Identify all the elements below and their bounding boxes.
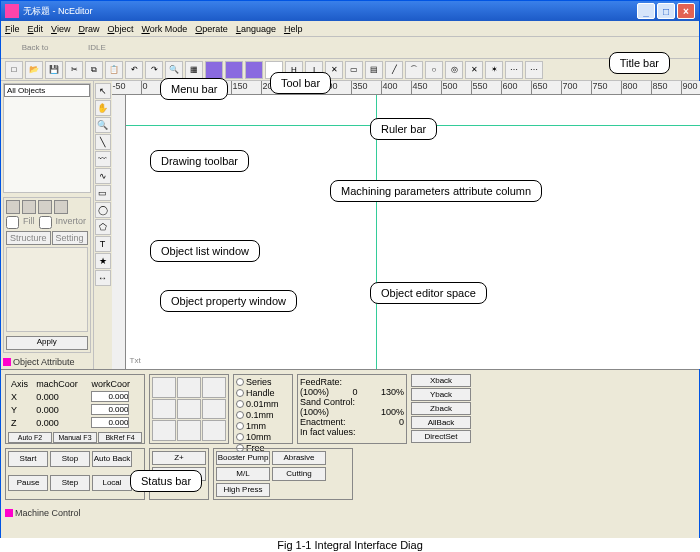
draw-rect-icon[interactable]: ▭	[95, 185, 111, 201]
tool-circ1[interactable]: ○	[425, 61, 443, 79]
menu-edit[interactable]: Edit	[28, 24, 44, 34]
tool-save[interactable]: 💾	[45, 61, 63, 79]
jog-s[interactable]	[177, 420, 201, 441]
axis-btn[interactable]: Auto F2	[8, 432, 52, 443]
menu-workmode[interactable]: Work Mode	[141, 24, 187, 34]
tool-paste[interactable]: 📋	[105, 61, 123, 79]
pump-button[interactable]: Abrasive	[272, 451, 326, 465]
axis-btn[interactable]: Manual F3	[53, 432, 97, 443]
pump-button[interactable]: Cutting	[272, 467, 326, 481]
menu-help[interactable]: Help	[284, 24, 303, 34]
tool-misc2[interactable]: ⋯	[525, 61, 543, 79]
jog-center[interactable]	[177, 399, 201, 420]
title-bar: 无标题 - NcEditor _ □ ×	[1, 1, 699, 21]
step-option[interactable]: 0.1mm	[236, 410, 290, 420]
draw-star-icon[interactable]: ★	[95, 253, 111, 269]
step-option[interactable]: 0.01mm	[236, 399, 290, 409]
fill-checkbox[interactable]	[6, 216, 19, 229]
machine-control-tab[interactable]: Machine Control	[5, 506, 695, 520]
tool-fill2[interactable]	[225, 61, 243, 79]
object-attribute-tab[interactable]: Object Attribute	[3, 355, 91, 369]
jog-se[interactable]	[202, 420, 226, 441]
tool-cut[interactable]: ✂	[65, 61, 83, 79]
tool-fill1[interactable]	[205, 61, 223, 79]
draw-dim-icon[interactable]: ↔	[95, 270, 111, 286]
move-down[interactable]	[54, 200, 68, 214]
auto-back-button[interactable]: Auto Back	[92, 451, 132, 467]
close-button[interactable]: ×	[677, 3, 695, 19]
workcoor-Y[interactable]	[91, 404, 129, 415]
tool-zoom[interactable]: 🔍	[165, 61, 183, 79]
tool-fill3[interactable]	[245, 61, 263, 79]
local-button[interactable]: Local	[92, 475, 132, 491]
menu-view[interactable]: View	[51, 24, 70, 34]
draw-polygon-icon[interactable]: ⬠	[95, 219, 111, 235]
canvas-text-marker: Txt	[130, 356, 141, 365]
maximize-button[interactable]: □	[657, 3, 675, 19]
menu-operate[interactable]: Operate	[195, 24, 228, 34]
tool-circ2[interactable]: ◎	[445, 61, 463, 79]
tool-misc1[interactable]: ⋯	[505, 61, 523, 79]
tool-arc[interactable]: ⌒	[405, 61, 423, 79]
draw-zoom-icon[interactable]: 🔍	[95, 117, 111, 133]
start-button[interactable]: Start	[8, 451, 48, 467]
tool-sel[interactable]: ▭	[345, 61, 363, 79]
tool-new[interactable]: □	[5, 61, 23, 79]
jog-w[interactable]	[152, 399, 176, 420]
jog-ne[interactable]	[202, 377, 226, 398]
tool-align[interactable]: ▦	[185, 61, 203, 79]
workcoor-Z[interactable]	[91, 417, 129, 428]
draw-pan-icon[interactable]: ✋	[95, 100, 111, 116]
callout-menubar: Menu bar	[160, 78, 228, 100]
menu-file[interactable]: File	[5, 24, 20, 34]
menu-draw[interactable]: Draw	[78, 24, 99, 34]
axis-btn[interactable]: BkRef F4	[98, 432, 142, 443]
move-up[interactable]	[38, 200, 52, 214]
tool-line[interactable]: ╱	[385, 61, 403, 79]
tool-open[interactable]: 📂	[25, 61, 43, 79]
tool-copy[interactable]: ⧉	[85, 61, 103, 79]
pump-button[interactable]: M/L	[216, 467, 270, 481]
tool-cross[interactable]: ✕	[465, 61, 483, 79]
step-button[interactable]: Step	[50, 475, 90, 491]
draw-pointer-icon[interactable]: ↖	[95, 83, 111, 99]
step-option[interactable]: 10mm	[236, 432, 290, 442]
object-list-window[interactable]: All Objects	[3, 83, 91, 193]
invertor-checkbox[interactable]	[39, 216, 52, 229]
jog-n[interactable]	[177, 377, 201, 398]
z-plus-button[interactable]: Z+	[152, 451, 206, 465]
jog-nw[interactable]	[152, 377, 176, 398]
draw-text-icon[interactable]: T	[95, 236, 111, 252]
directset-button[interactable]: DirectSet	[411, 430, 471, 443]
step-option[interactable]: 1mm	[236, 421, 290, 431]
menu-language[interactable]: Language	[236, 24, 276, 34]
jog-e[interactable]	[202, 399, 226, 420]
tool-undo[interactable]: ↶	[125, 61, 143, 79]
stop-button[interactable]: Stop	[50, 451, 90, 467]
move-left[interactable]	[6, 200, 20, 214]
tool-star[interactable]: ✶	[485, 61, 503, 79]
minimize-button[interactable]: _	[637, 3, 655, 19]
tab-setting[interactable]: Setting	[52, 231, 88, 245]
draw-polyline-icon[interactable]: 〰	[95, 151, 111, 167]
apply-button[interactable]: Apply	[6, 336, 88, 350]
tab-structure[interactable]: Structure	[6, 231, 51, 245]
step-option[interactable]: Series	[236, 377, 290, 387]
draw-ellipse-icon[interactable]: ◯	[95, 202, 111, 218]
zback-button[interactable]: Zback	[411, 402, 471, 415]
pump-button[interactable]: Booster Pump	[216, 451, 270, 465]
xback-button[interactable]: Xback	[411, 374, 471, 387]
draw-line-icon[interactable]: ╲	[95, 134, 111, 150]
allback-button[interactable]: AllBack	[411, 416, 471, 429]
step-option[interactable]: Handle	[236, 388, 290, 398]
tool-redo[interactable]: ↷	[145, 61, 163, 79]
workcoor-X[interactable]	[91, 391, 129, 402]
pause-button[interactable]: Pause	[8, 475, 48, 491]
pump-button[interactable]: High Press	[216, 483, 270, 497]
move-right[interactable]	[22, 200, 36, 214]
jog-sw[interactable]	[152, 420, 176, 441]
draw-curve-icon[interactable]: ∿	[95, 168, 111, 184]
tool-grid[interactable]: ▤	[365, 61, 383, 79]
menu-object[interactable]: Object	[107, 24, 133, 34]
yback-button[interactable]: Yback	[411, 388, 471, 401]
